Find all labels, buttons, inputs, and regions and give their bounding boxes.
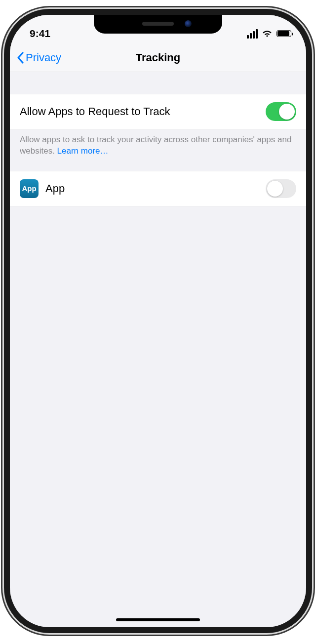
allow-tracking-row: Allow Apps to Request to Track [10,94,306,129]
toggle-knob [279,104,295,120]
allow-tracking-toggle[interactable] [266,102,296,121]
status-right [247,29,291,39]
app-label: App [45,182,65,195]
home-indicator[interactable] [116,618,200,621]
nav-bar: Privacy Tracking [10,43,306,72]
learn-more-link[interactable]: Learn more… [57,146,109,156]
front-camera [185,20,192,27]
device-frame: 9:41 Privacy Tracking Allow Apps to Requ… [10,15,306,627]
app-row: App App [10,171,306,206]
wifi-icon [262,30,273,38]
allow-tracking-label: Allow Apps to Request to Track [20,105,170,118]
app-icon: App [20,179,39,198]
cellular-icon [247,29,258,39]
app-row-left: App App [20,179,65,198]
content-area: Allow Apps to Request to Track Allow app… [10,72,306,206]
speaker [142,22,174,26]
battery-icon [276,30,291,37]
back-label: Privacy [26,51,61,64]
toggle-knob [267,181,283,197]
allow-tracking-description: Allow apps to ask to track your activity… [10,129,306,171]
status-time: 9:41 [30,28,50,40]
app-tracking-toggle[interactable] [266,179,296,198]
app-icon-label: App [22,184,36,193]
page-title: Tracking [136,51,180,64]
chevron-left-icon [17,52,24,64]
notch [94,15,222,34]
back-button[interactable]: Privacy [17,51,61,64]
